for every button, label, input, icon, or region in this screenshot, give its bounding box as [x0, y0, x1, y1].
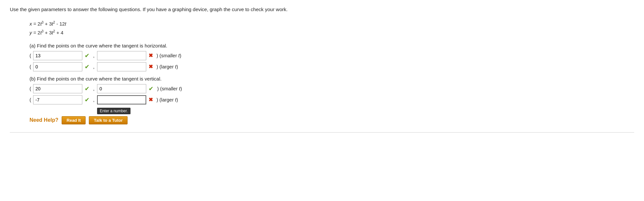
- section-a-row1-y-input[interactable]: [97, 51, 146, 60]
- open-paren-b2: (: [30, 97, 31, 102]
- equation-y: y = 2t3 + 3t2 + 4: [30, 28, 634, 37]
- section-b-row1-x-check: ✔: [85, 85, 90, 92]
- section-b-row1-y-input[interactable]: [97, 84, 146, 93]
- section-b-row2: ( ✔ , Enter a number. ✖ ) (larger t): [30, 95, 634, 104]
- section-a-row2-y-input[interactable]: [97, 62, 146, 71]
- section-b-row2-y-cross: ✖: [149, 97, 153, 103]
- section-b-row2-y-input[interactable]: [97, 95, 146, 104]
- section-a-row1-label: ) (smaller t): [156, 53, 181, 58]
- open-paren-b1: (: [30, 86, 31, 91]
- section-b-row2-x-check: ✔: [85, 96, 90, 103]
- section-a-row1-x-input[interactable]: [33, 51, 82, 60]
- section-a-row1-y-cross: ✖: [149, 52, 153, 59]
- open-paren-a2: (: [30, 64, 31, 69]
- equations-block: x = 2t3 + 3t2 - 12t y = 2t3 + 3t2 + 4: [30, 19, 634, 37]
- section-b-row2-y-container: Enter a number.: [97, 95, 146, 104]
- section-a-row2-x-check: ✔: [85, 63, 90, 70]
- equation-x: x = 2t3 + 3t2 - 12t: [30, 19, 634, 28]
- section-a-row2-label: ) (larger t): [156, 64, 178, 69]
- need-help-label: Need Help?: [30, 117, 58, 123]
- tooltip-enter-number: Enter a number.: [97, 108, 130, 114]
- section-a-row2-y-cross: ✖: [149, 64, 153, 70]
- help-row: Need Help? Read It Talk to a Tutor: [30, 116, 634, 124]
- section-b-row1-y-check: ✔: [149, 85, 153, 92]
- section-b: (b) Find the points on the curve where t…: [30, 76, 634, 124]
- section-a-row1-x-check: ✔: [85, 52, 90, 59]
- section-a-title: (a) Find the points on the curve where t…: [30, 43, 634, 48]
- comma-a2: ,: [93, 64, 94, 69]
- section-a-row2-x-input[interactable]: [33, 62, 82, 71]
- section-b-row1-label: ) (smaller t): [157, 86, 182, 91]
- comma-b2: ,: [93, 97, 94, 102]
- bottom-divider: [10, 132, 634, 133]
- section-a: (a) Find the points on the curve where t…: [30, 43, 634, 71]
- section-b-title: (b) Find the points on the curve where t…: [30, 76, 634, 82]
- section-b-row2-label: ) (larger t): [156, 97, 178, 102]
- section-b-row1-x-input[interactable]: [33, 84, 82, 93]
- intro-text: Use the given parameters to answer the f…: [10, 6, 634, 13]
- section-a-row1: ( ✔ , ✖ ) (smaller t): [30, 51, 634, 60]
- section-a-row2: ( ✔ , ✖ ) (larger t): [30, 62, 634, 71]
- read-it-button[interactable]: Read It: [62, 116, 86, 124]
- talk-to-tutor-button[interactable]: Talk to a Tutor: [89, 116, 128, 124]
- comma-b1: ,: [93, 86, 94, 91]
- section-b-row2-x-input[interactable]: [33, 95, 82, 104]
- open-paren-a1: (: [30, 53, 31, 58]
- section-b-row1: ( ✔ , ✔ ) (smaller t): [30, 84, 634, 93]
- comma-a1: ,: [93, 53, 94, 58]
